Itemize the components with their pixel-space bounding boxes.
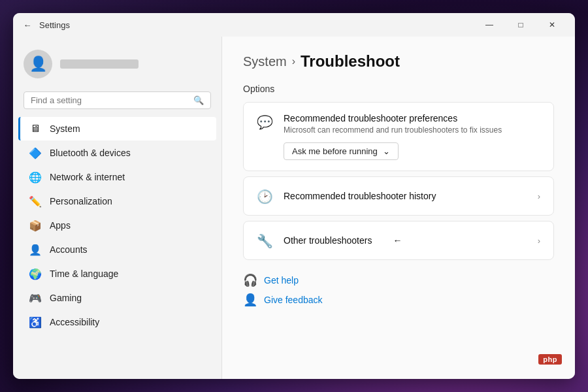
give-feedback-label: Give feedback xyxy=(264,295,323,305)
titlebar-title: Settings xyxy=(39,20,474,30)
red-arrow-annotation: ← xyxy=(393,235,402,246)
system-nav-label: System xyxy=(50,123,80,134)
card-recommended-history[interactable]: 🕑 Recommended troubleshooter history › xyxy=(243,176,554,216)
accounts-nav-icon: 👤 xyxy=(29,243,42,256)
recommended-prefs-subtitle: Microsoft can recommend and run troubles… xyxy=(284,125,502,135)
recommended-history-icon: 🕑 xyxy=(257,189,273,204)
other-troubleshooters-title: Other troubleshooters xyxy=(284,235,372,246)
other-troubleshooters-left: 🔧 Other troubleshooters ← xyxy=(257,232,402,249)
sidebar-item-apps[interactable]: 📦 Apps xyxy=(18,214,216,237)
sidebar-item-accessibility[interactable]: ♿ Accessibility xyxy=(18,310,216,334)
other-troubleshooters-icon: 🔧 xyxy=(257,233,273,249)
search-box[interactable]: 🔍 xyxy=(24,91,211,109)
cards-container: 💬 Recommended troubleshooter preferences… xyxy=(243,102,554,260)
card-other-troubleshooters[interactable]: 🔧 Other troubleshooters ← › xyxy=(243,221,554,260)
recommended-history-title: Recommended troubleshooter history xyxy=(284,191,436,201)
maximize-button[interactable]: □ xyxy=(506,14,536,35)
settings-window: ← Settings — □ ✕ 👤 🔍 xyxy=(13,13,575,379)
recommended-history-left: 🕑 Recommended troubleshooter history xyxy=(257,188,436,204)
bluetooth-nav-label: Bluetooth & devices xyxy=(50,148,131,158)
main-panel: System › Troubleshoot Options 💬 Recommen… xyxy=(222,37,575,379)
accessibility-nav-label: Accessibility xyxy=(50,317,99,327)
link-give-feedback[interactable]: 👤 Give feedback xyxy=(243,293,554,307)
apps-nav-icon: 📦 xyxy=(29,219,42,232)
window-controls: — □ ✕ xyxy=(474,14,567,35)
section-label: Options xyxy=(243,84,554,94)
avatar-icon: 👤 xyxy=(29,56,47,73)
breadcrumb: System › Troubleshoot xyxy=(243,52,554,71)
sidebar-item-gaming[interactable]: 🎮 Gaming xyxy=(18,286,216,310)
content-area: 👤 🔍 🖥 System 🔷 Bluetooth & devices 🌐 Net… xyxy=(13,37,575,379)
accounts-nav-label: Accounts xyxy=(50,244,88,255)
network-nav-label: Network & internet xyxy=(50,172,125,182)
bottom-links: 🎧 Get help 👤 Give feedback xyxy=(243,273,554,307)
sidebar-item-network[interactable]: 🌐 Network & internet xyxy=(18,165,216,189)
time-nav-icon: 🌍 xyxy=(29,267,42,280)
accessibility-nav-icon: ♿ xyxy=(29,316,42,329)
time-nav-label: Time & language xyxy=(50,269,118,279)
card-recommended-prefs: 💬 Recommended troubleshooter preferences… xyxy=(243,102,554,171)
recommended-prefs-title: Recommended troubleshooter preferences xyxy=(284,113,502,123)
breadcrumb-current: Troubleshoot xyxy=(301,52,400,71)
sidebar-item-system[interactable]: 🖥 System xyxy=(18,117,216,140)
apps-nav-label: Apps xyxy=(50,220,71,231)
sidebar-item-time[interactable]: 🌍 Time & language xyxy=(18,262,216,286)
back-button[interactable]: ← xyxy=(21,18,34,31)
personalization-nav-icon: ✏️ xyxy=(29,195,42,208)
card-row-other-troubleshooters[interactable]: 🔧 Other troubleshooters ← › xyxy=(244,221,553,259)
sidebar-item-personalization[interactable]: ✏️ Personalization xyxy=(18,189,216,213)
minimize-button[interactable]: — xyxy=(474,14,504,35)
gaming-nav-icon: 🎮 xyxy=(29,291,42,304)
sidebar-item-bluetooth[interactable]: 🔷 Bluetooth & devices xyxy=(18,141,216,165)
bluetooth-nav-icon: 🔷 xyxy=(29,146,42,159)
get-help-label: Get help xyxy=(264,275,299,286)
recommended-prefs-dropdown[interactable]: Ask me before running ⌄ xyxy=(284,142,399,160)
recommended-prefs-dropdown-label: Ask me before running xyxy=(292,146,378,156)
breadcrumb-parent: System xyxy=(243,54,287,69)
link-get-help[interactable]: 🎧 Get help xyxy=(243,273,554,287)
user-name-bar xyxy=(60,59,139,69)
chevron-down-icon: ⌄ xyxy=(383,146,390,156)
user-section: 👤 xyxy=(13,44,221,89)
breadcrumb-chevron: › xyxy=(292,56,295,67)
titlebar: ← Settings — □ ✕ xyxy=(13,13,575,37)
network-nav-icon: 🌐 xyxy=(29,171,42,184)
chevron-right-icon-other-troubleshooters: › xyxy=(538,236,540,246)
card-top-recommended-prefs: 💬 Recommended troubleshooter preferences… xyxy=(244,103,553,171)
php-badge: php xyxy=(538,354,562,365)
personalization-nav-label: Personalization xyxy=(50,196,112,206)
recommended-prefs-text: Recommended troubleshooter preferences M… xyxy=(284,113,502,160)
close-button[interactable]: ✕ xyxy=(537,14,567,35)
give-feedback-icon: 👤 xyxy=(243,293,257,307)
system-nav-icon: 🖥 xyxy=(29,122,42,135)
search-input[interactable] xyxy=(31,95,188,105)
search-icon: 🔍 xyxy=(193,95,204,105)
card-row-recommended-history[interactable]: 🕑 Recommended troubleshooter history › xyxy=(244,177,553,215)
sidebar-item-accounts[interactable]: 👤 Accounts xyxy=(18,238,216,261)
avatar: 👤 xyxy=(24,50,52,78)
nav-list: 🖥 System 🔷 Bluetooth & devices 🌐 Network… xyxy=(13,117,221,334)
recommended-prefs-icon: 💬 xyxy=(257,114,273,130)
get-help-icon: 🎧 xyxy=(243,273,257,287)
gaming-nav-label: Gaming xyxy=(50,293,82,303)
sidebar: 👤 🔍 🖥 System 🔷 Bluetooth & devices 🌐 Net… xyxy=(13,37,222,379)
chevron-right-icon-recommended-history: › xyxy=(538,191,540,201)
